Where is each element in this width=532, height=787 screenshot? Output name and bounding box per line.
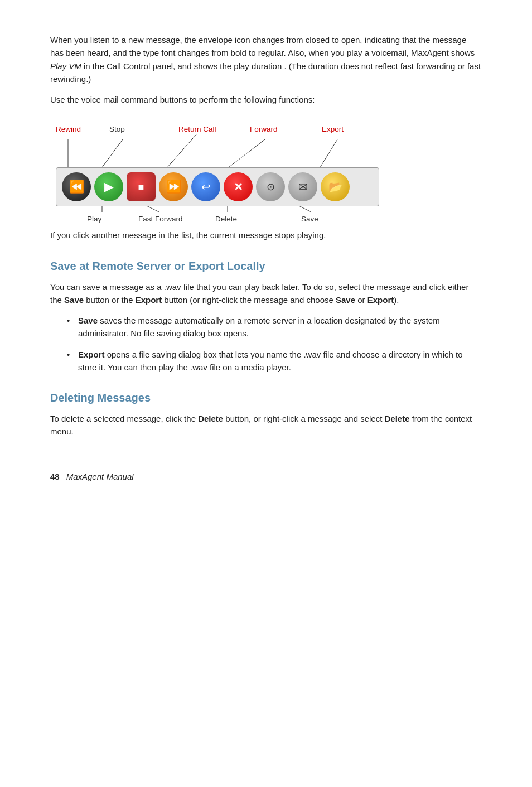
section1-para1: You can save a message as a .wav file th… <box>50 281 482 307</box>
bullet-export-text: opens a file saving dialog box that lets… <box>78 350 463 372</box>
stop-button[interactable]: ■ <box>127 172 156 201</box>
section1-bullets: Save saves the message automatically on … <box>67 314 482 374</box>
section2-para1: To delete a selected message, click the … <box>50 412 482 438</box>
after-diagram-text: If you click another message in the list… <box>50 229 482 242</box>
page-content: When you listen to a new message, the en… <box>0 0 532 515</box>
export-folder-button[interactable]: 📂 <box>321 172 350 201</box>
gray-button-1[interactable]: ⊙ <box>256 172 285 201</box>
svg-line-2 <box>167 134 197 167</box>
label-stop: Stop <box>109 125 125 133</box>
svg-line-3 <box>229 139 265 167</box>
bullet-save-text: saves the message automatically on a rem… <box>78 316 440 338</box>
label-play: Play <box>87 215 101 223</box>
manual-title: MaxAgent Manual <box>66 472 134 481</box>
label-forward: Forward <box>250 125 278 133</box>
fast-forward-button[interactable]: ⏩ <box>159 172 188 201</box>
svg-line-4 <box>320 139 337 167</box>
section1-heading: Save at Remote Server or Export Locally <box>50 260 482 273</box>
label-fast-forward: Fast Forward <box>138 215 183 223</box>
intro-paragraph-2: Use the voice mail command buttons to pe… <box>50 93 482 106</box>
bullet-save: Save saves the message automatically on … <box>67 314 482 340</box>
bullet-save-label: Save <box>78 316 98 325</box>
intro-paragraph-1: When you listen to a new message, the en… <box>50 33 482 85</box>
play-button[interactable]: ▶ <box>94 172 123 201</box>
voicemail-diagram: Rewind Stop Return Call Forward Export ⏪… <box>50 123 396 212</box>
page-footer: 48 MaxAgent Manual <box>50 472 482 481</box>
rewind-button[interactable]: ⏪ <box>62 172 91 201</box>
save-envelope-button[interactable]: ✉ <box>288 172 317 201</box>
return-call-button[interactable]: ↩ <box>191 172 220 201</box>
svg-line-1 <box>102 139 123 167</box>
label-delete: Delete <box>215 215 237 223</box>
label-return-call: Return Call <box>178 125 216 133</box>
label-export: Export <box>322 125 344 133</box>
label-rewind: Rewind <box>56 125 81 133</box>
label-save: Save <box>301 215 318 223</box>
section2-heading: Deleting Messages <box>50 392 482 404</box>
page-number: 48 <box>50 472 60 481</box>
voicemail-buttons: ⏪ ▶ ■ ⏩ ↩ ✕ ⊙ ✉ 📂 <box>56 167 379 206</box>
bullet-export: Export opens a file saving dialog box th… <box>67 348 482 374</box>
delete-button[interactable]: ✕ <box>224 172 253 201</box>
bullet-export-label: Export <box>78 350 105 359</box>
